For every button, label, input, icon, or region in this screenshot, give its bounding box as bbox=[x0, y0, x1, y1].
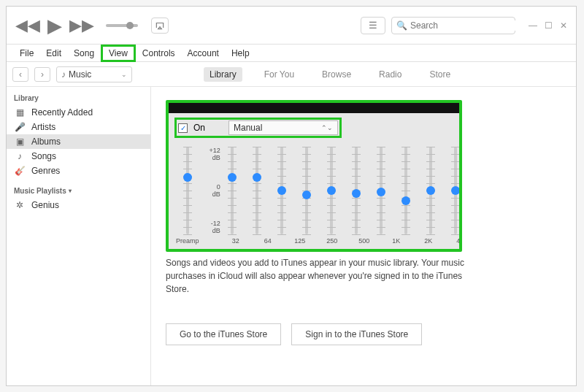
band-label-2K: 2K bbox=[420, 237, 437, 245]
close-button[interactable]: ✕ bbox=[560, 20, 567, 31]
sidebar-item-genres[interactable]: 🎸Genres bbox=[7, 164, 150, 178]
body: Library ▦Recently Added🎤Artists▣Albums♪S… bbox=[7, 87, 576, 385]
window-buttons: — ☐ ✕ bbox=[529, 20, 567, 31]
media-selector-label: Music bbox=[69, 69, 91, 80]
store-buttons: Go to the iTunes Store Sign in to the iT… bbox=[166, 323, 561, 345]
equalizer-on-checkbox[interactable]: ✓ bbox=[178, 123, 188, 133]
band-knob-2K[interactable] bbox=[377, 188, 385, 196]
sidebar: Library ▦Recently Added🎤Artists▣Albums♪S… bbox=[7, 87, 151, 385]
mic-icon: 🎤 bbox=[14, 122, 26, 132]
equalizer-on-row: ✓ On Manual ⌃⌄ bbox=[174, 118, 342, 138]
band-knob-250[interactable] bbox=[302, 191, 311, 199]
band-knob-1K[interactable] bbox=[352, 189, 361, 198]
menu-account[interactable]: Account bbox=[182, 47, 225, 60]
menubar: FileEditSongViewControlsAccountHelp bbox=[7, 45, 576, 62]
equalizer-preset-label: Manual bbox=[234, 123, 262, 133]
tab-for-you[interactable]: For You bbox=[258, 67, 300, 82]
itunes-window: ◀◀ ▶ ▶▶ ☰ 🔍 — ☐ ✕ FileEditSongViewContro… bbox=[6, 6, 577, 386]
band-slider-64[interactable] bbox=[253, 147, 261, 234]
list-view-button[interactable]: ☰ bbox=[361, 17, 385, 34]
main-content: ✓ On Manual ⌃⌄ Preamp bbox=[151, 87, 576, 385]
band-knob-8K[interactable] bbox=[426, 186, 435, 195]
band-knob-4K[interactable] bbox=[402, 196, 410, 205]
band-label-32: 32 bbox=[228, 237, 244, 245]
menu-song[interactable]: Song bbox=[68, 47, 100, 60]
next-button[interactable]: ▶▶ bbox=[69, 18, 94, 34]
band-slider-250[interactable] bbox=[302, 147, 311, 234]
grid-icon: ▦ bbox=[14, 107, 26, 118]
playback-controls: ◀◀ ▶ ▶▶ bbox=[15, 16, 169, 35]
maximize-button[interactable]: ☐ bbox=[545, 20, 553, 31]
airplay-icon bbox=[155, 20, 165, 31]
main-tabs: LibraryFor YouBrowseRadioStore bbox=[204, 67, 456, 82]
menu-controls[interactable]: Controls bbox=[137, 47, 181, 60]
band-label-250: 250 bbox=[324, 237, 340, 245]
tab-store[interactable]: Store bbox=[423, 67, 456, 82]
sign-in-store-button[interactable]: Sign in to the iTunes Store bbox=[291, 323, 422, 345]
play-button[interactable]: ▶ bbox=[47, 16, 62, 35]
sidebar-item-label: Songs bbox=[31, 151, 56, 161]
media-selector[interactable]: ♪ Music ⌄ bbox=[56, 66, 132, 82]
library-description: Songs and videos you add to iTunes appea… bbox=[166, 256, 487, 296]
titlebar: ◀◀ ▶ ▶▶ ☰ 🔍 — ☐ ✕ bbox=[7, 7, 576, 45]
band-knob-32[interactable] bbox=[228, 173, 237, 182]
preamp-knob[interactable] bbox=[183, 173, 192, 182]
minimize-button[interactable]: — bbox=[529, 20, 537, 31]
db-scale: +12 dB 0 dB -12 dB bbox=[210, 147, 220, 234]
chevron-updown-icon: ⌃⌄ bbox=[321, 124, 333, 131]
equalizer-panel: ✓ On Manual ⌃⌄ Preamp bbox=[166, 100, 462, 252]
note-icon: ♪ bbox=[14, 151, 26, 161]
equalizer-titlebar[interactable] bbox=[169, 103, 459, 113]
go-to-store-button[interactable]: Go to the iTunes Store bbox=[166, 323, 281, 345]
volume-slider[interactable] bbox=[106, 24, 138, 27]
band-label-4K: 4K bbox=[453, 237, 462, 245]
volume-knob[interactable] bbox=[126, 22, 134, 29]
back-button[interactable]: ‹ bbox=[12, 67, 28, 82]
album-icon: ▣ bbox=[14, 137, 26, 147]
band-slider-2K[interactable] bbox=[377, 147, 385, 234]
band-knob-64[interactable] bbox=[253, 173, 261, 182]
band-label-125: 125 bbox=[292, 237, 308, 245]
airplay-button[interactable] bbox=[151, 18, 169, 34]
tab-radio[interactable]: Radio bbox=[373, 67, 407, 82]
sidebar-item-recently-added[interactable]: ▦Recently Added bbox=[7, 105, 150, 120]
band-slider-125[interactable] bbox=[277, 147, 286, 234]
band-knob-125[interactable] bbox=[277, 186, 286, 195]
tab-library[interactable]: Library bbox=[204, 67, 242, 82]
band-slider-500[interactable] bbox=[327, 147, 336, 234]
menu-view[interactable]: View bbox=[101, 45, 136, 62]
band-slider-16K[interactable] bbox=[451, 147, 460, 234]
menu-file[interactable]: File bbox=[14, 47, 39, 60]
sidebar-item-label: Genres bbox=[31, 166, 60, 176]
sidebar-library-head: Library bbox=[7, 93, 150, 105]
band-slider-1K[interactable] bbox=[352, 147, 361, 234]
search-input[interactable] bbox=[410, 20, 520, 31]
sidebar-item-label: Recently Added bbox=[31, 107, 93, 118]
band-knob-16K[interactable] bbox=[451, 186, 460, 195]
band-slider-4K[interactable] bbox=[402, 147, 410, 234]
sidebar-item-genius[interactable]: ✲Genius bbox=[7, 198, 150, 212]
preamp-column: Preamp bbox=[176, 147, 199, 245]
menu-edit[interactable]: Edit bbox=[40, 47, 67, 60]
forward-button[interactable]: › bbox=[34, 67, 50, 82]
search-field[interactable]: 🔍 bbox=[391, 17, 515, 34]
sidebar-item-artists[interactable]: 🎤Artists bbox=[7, 120, 150, 134]
menu-help[interactable]: Help bbox=[226, 47, 256, 60]
equalizer-controls: ✓ On Manual ⌃⌄ bbox=[169, 113, 459, 141]
band-label-64: 64 bbox=[260, 237, 276, 245]
navrow: ‹ › ♪ Music ⌄ LibraryFor YouBrowseRadioS… bbox=[7, 62, 576, 87]
band-slider-8K[interactable] bbox=[426, 147, 435, 234]
tab-browse[interactable]: Browse bbox=[316, 67, 357, 82]
previous-button[interactable]: ◀◀ bbox=[15, 18, 40, 34]
chevron-updown-icon: ⌄ bbox=[121, 71, 127, 78]
band-slider-32[interactable] bbox=[228, 147, 237, 234]
sidebar-item-albums[interactable]: ▣Albums bbox=[7, 134, 150, 149]
band-label-500: 500 bbox=[356, 237, 372, 245]
equalizer-preset-select[interactable]: Manual ⌃⌄ bbox=[228, 120, 338, 135]
sidebar-playlists-head[interactable]: Music Playlists ▾ bbox=[7, 185, 150, 198]
preamp-slider[interactable] bbox=[183, 147, 192, 234]
band-knob-500[interactable] bbox=[327, 186, 336, 195]
titlebar-right: ☰ 🔍 — ☐ ✕ bbox=[361, 17, 567, 34]
equalizer-sliders: Preamp +12 dB 0 dB -12 dB 32641252505001… bbox=[169, 141, 459, 249]
sidebar-item-songs[interactable]: ♪Songs bbox=[7, 149, 150, 164]
